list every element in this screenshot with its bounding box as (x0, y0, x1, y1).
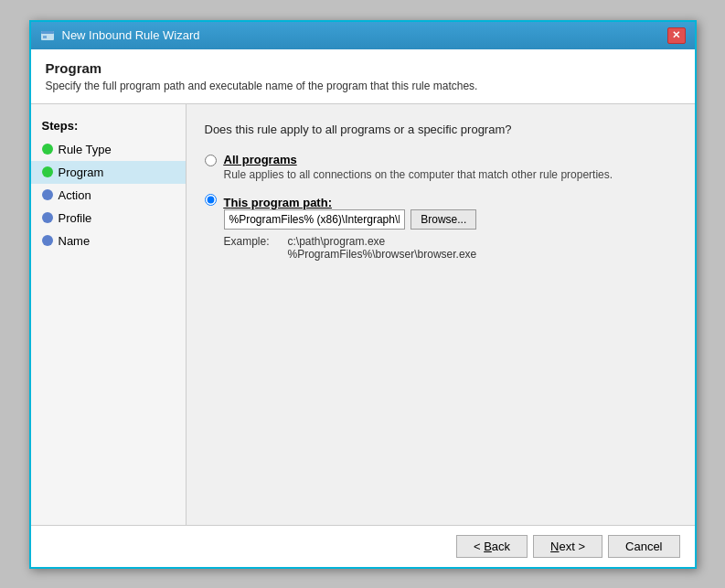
path-section: This program path: Browse... Example: c:… (224, 196, 477, 261)
sidebar-label-name: Name (59, 234, 91, 248)
main-panel: Does this rule apply to all programs or … (187, 104, 695, 525)
sidebar-label-program: Program (59, 166, 104, 179)
browse-button[interactable]: Browse... (410, 209, 476, 230)
sidebar-item-name[interactable]: Name (31, 230, 186, 252)
all-programs-label[interactable]: All programs (224, 153, 297, 166)
title-bar: New Inbound Rule Wizard ✕ (31, 22, 695, 49)
section-description: Specify the full program path and execut… (46, 80, 680, 92)
example-values: c:\path\program.exe %ProgramFiles%\brows… (288, 235, 477, 261)
main-question: Does this rule apply to all programs or … (205, 123, 677, 136)
example-line1: c:\path\program.exe (288, 235, 477, 248)
sidebar-item-action[interactable]: Action (31, 184, 186, 207)
content-area: Steps: Rule Type Program Action Profile … (31, 104, 695, 525)
section-title: Program (46, 60, 680, 76)
close-button[interactable]: ✕ (667, 27, 686, 44)
steps-label: Steps: (31, 113, 186, 138)
sidebar-item-profile[interactable]: Profile (31, 207, 186, 230)
dot-icon-action (42, 189, 53, 200)
this-program-label[interactable]: This program path: (224, 196, 332, 209)
all-programs-option: All programs Rule applies to all connect… (205, 153, 677, 181)
sidebar-label-action: Action (59, 188, 91, 202)
title-bar-left: New Inbound Rule Wizard (40, 28, 200, 43)
footer: < Back Next > Cancel (31, 525, 695, 567)
sidebar-item-program[interactable]: Program (31, 161, 186, 184)
dot-icon-name (42, 235, 53, 246)
sidebar: Steps: Rule Type Program Action Profile … (31, 104, 187, 525)
all-programs-sublabel: Rule applies to all connections on the c… (224, 168, 613, 181)
this-program-radio[interactable] (205, 194, 217, 206)
svg-rect-1 (41, 31, 54, 34)
dialog-title: New Inbound Rule Wizard (62, 28, 200, 42)
dialog-window: New Inbound Rule Wizard ✕ Program Specif… (29, 20, 697, 569)
window-icon (40, 28, 55, 43)
path-input-row: Browse... (224, 209, 477, 230)
sidebar-item-rule-type[interactable]: Rule Type (31, 138, 186, 161)
sidebar-label-profile: Profile (59, 211, 92, 225)
cancel-button[interactable]: Cancel (608, 535, 679, 558)
back-button[interactable]: < Back (456, 535, 528, 558)
this-program-option: This program path: Browse... Example: c:… (205, 192, 677, 261)
svg-rect-2 (43, 36, 47, 38)
dot-icon-profile (42, 212, 53, 223)
next-button[interactable]: Next > (533, 535, 602, 558)
program-path-input[interactable] (224, 209, 406, 230)
example-label: Example: (224, 235, 279, 261)
sidebar-label-rule-type: Rule Type (59, 143, 112, 156)
example-line2: %ProgramFiles%\browser\browser.exe (288, 248, 477, 261)
dot-icon-rule-type (42, 144, 53, 155)
all-programs-label-group: All programs Rule applies to all connect… (224, 153, 613, 181)
header-section: Program Specify the full program path an… (31, 49, 695, 104)
example-row: Example: c:\path\program.exe %ProgramFil… (224, 235, 477, 261)
dot-icon-program (42, 166, 53, 177)
all-programs-radio[interactable] (205, 155, 217, 166)
